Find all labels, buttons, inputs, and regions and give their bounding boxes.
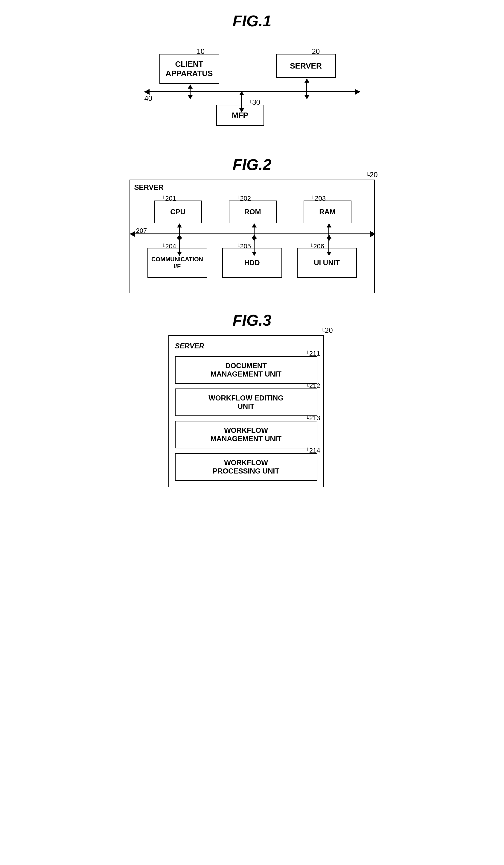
- fig3-ref-20: └20: [321, 326, 332, 335]
- doc-mgmt-section: └211 DOCUMENTMANAGEMENT UNIT: [175, 356, 317, 384]
- rom-label: ROM: [244, 208, 261, 216]
- workflow-proc-box: WORKFLOWPROCESSING UNIT: [175, 453, 317, 481]
- cpu-box: CPU: [154, 200, 202, 223]
- ui-arrow: [327, 234, 331, 256]
- ref-212-label: └212: [305, 382, 320, 390]
- ref-207-label: 207: [136, 227, 147, 235]
- fig3-title: FIG.3: [232, 311, 271, 329]
- figure-2: FIG.2 └20 SERVER 207 └201 CPU: [118, 155, 387, 293]
- figure-3: FIG.3 └20 SERVER └211 DOCUMENTMANAGEMENT…: [118, 311, 387, 487]
- ram-label: RAM: [319, 208, 336, 216]
- comm-if-label: COMMUNICATIONI/F: [151, 256, 203, 270]
- comm-arrow: [177, 234, 182, 256]
- fig1-diagram: 10 CLIENTAPPARATUS 20 SERVER └30 MFP 40: [136, 36, 369, 138]
- workflow-edit-section: └212 WORKFLOW EDITINGUNIT: [175, 389, 317, 416]
- fig1-server-label: SERVER: [290, 61, 321, 71]
- ref-211-label: └211: [305, 349, 320, 357]
- fig2-ref-20: └20: [366, 171, 377, 179]
- client-network-arrow: [188, 84, 192, 99]
- doc-mgmt-box: DOCUMENTMANAGEMENT UNIT: [175, 356, 317, 384]
- hdd-label: HDD: [244, 258, 260, 267]
- workflow-mgmt-label: WORKFLOWMANAGEMENT UNIT: [211, 426, 281, 443]
- fig2-server-outline: SERVER 207 └201 CPU: [129, 180, 375, 293]
- doc-mgmt-label: DOCUMENTMANAGEMENT UNIT: [211, 361, 281, 378]
- workflow-edit-box: WORKFLOW EDITINGUNIT: [175, 389, 317, 416]
- network-line: [144, 91, 360, 92]
- ref-40-label: 40: [144, 94, 153, 103]
- fig3-server-label: SERVER: [175, 342, 317, 350]
- workflow-proc-label: WORKFLOWPROCESSING UNIT: [213, 459, 279, 475]
- ram-box: RAM: [304, 200, 351, 223]
- hdd-arrow: [252, 234, 257, 256]
- workflow-proc-section: └214 WORKFLOWPROCESSING UNIT: [175, 453, 317, 481]
- rom-box: ROM: [229, 200, 277, 223]
- ref-213-label: └213: [305, 414, 320, 422]
- client-apparatus-label: CLIENTAPPARATUS: [166, 60, 213, 78]
- workflow-mgmt-box: WORKFLOWMANAGEMENT UNIT: [175, 421, 317, 448]
- workflow-mgmt-section: └213 WORKFLOWMANAGEMENT UNIT: [175, 421, 317, 448]
- fig1-title: FIG.1: [232, 12, 271, 30]
- fig3-server-outline: SERVER └211 DOCUMENTMANAGEMENT UNIT └212: [168, 335, 324, 487]
- client-apparatus-box: CLIENTAPPARATUS: [160, 54, 219, 84]
- server-network-arrow: [305, 78, 309, 99]
- ui-unit-label: UI UNIT: [314, 258, 340, 267]
- figure-1: FIG.1 10 CLIENTAPPARATUS 20 SERVER └30 M…: [118, 12, 387, 138]
- fig1-server-box: SERVER: [276, 54, 336, 78]
- workflow-edit-label: WORKFLOW EDITINGUNIT: [209, 394, 283, 411]
- ref-214-label: └214: [305, 447, 320, 454]
- cpu-label: CPU: [170, 208, 186, 216]
- mfp-network-arrow: [239, 91, 244, 113]
- fig2-server-label: SERVER: [134, 183, 164, 192]
- fig2-title: FIG.2: [232, 155, 271, 174]
